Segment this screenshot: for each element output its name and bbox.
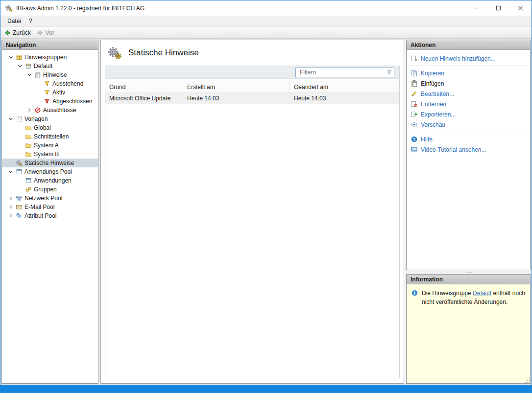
prohibition-icon — [33, 106, 42, 114]
back-button[interactable]: Zurück — [4, 29, 31, 36]
chevron-spacer — [34, 80, 43, 88]
mail-icon — [15, 203, 23, 211]
panel-splitter[interactable] — [406, 270, 531, 274]
navigation-panel: Navigation HinweisgruppenDefaultHinweise… — [1, 40, 98, 384]
tree-item-schnittstellen[interactable]: Schnittstellen — [2, 132, 98, 141]
tree-item-system-a[interactable]: System A — [2, 141, 98, 150]
forward-arrow-icon — [37, 29, 44, 36]
close-button[interactable] — [509, 0, 532, 16]
tree-item-default[interactable]: Default — [2, 62, 98, 70]
tree-item-vorlagen[interactable]: Vorlagen — [2, 115, 98, 123]
action-video-tutorial[interactable]: Video-Tutorial ansehen... — [407, 144, 530, 155]
chevron-down-icon[interactable] — [25, 71, 33, 79]
tree-item-statische-hinweise[interactable]: Statische Hinweise — [2, 159, 98, 167]
table-header-row: GrundErstellt amGeändert am — [105, 81, 399, 93]
static-hints-gears-icon — [107, 46, 122, 60]
navigation-tree: HinweisgruppenDefaultHinweiseAusstehendA… — [2, 50, 98, 383]
tree-item-label: Ausschlüsse — [42, 107, 76, 114]
tree-item-anwendungen[interactable]: Anwendungen — [2, 176, 98, 185]
chevron-right-icon[interactable] — [6, 212, 15, 220]
action-bearbeiten[interactable]: Bearbeiten... — [407, 89, 530, 99]
tree-item-email-pool[interactable]: E-Mail Pool — [2, 203, 98, 211]
action-label: Hilfe — [421, 136, 433, 143]
chevron-down-icon[interactable] — [6, 168, 15, 176]
chevron-down-icon[interactable] — [6, 53, 15, 61]
page-title: Statische Hinweise — [128, 48, 199, 58]
action-label: Bearbeiten... — [421, 91, 454, 97]
note-add-icon — [411, 55, 418, 62]
tree-item-global[interactable]: Global — [2, 123, 98, 132]
menu-item-datei[interactable]: Datei — [3, 17, 25, 25]
tree-item-abgeschlossen[interactable]: Abgeschlossen — [2, 97, 98, 106]
information-body: Die Hinweisgruppe Default enthält noch n… — [407, 284, 530, 311]
chevron-spacer — [6, 159, 15, 167]
information-panel-header: Information — [407, 275, 530, 284]
tree-item-label: Hinweise — [42, 71, 67, 78]
tree-item-hinweisgruppen[interactable]: Hinweisgruppen — [2, 53, 98, 62]
tree-item-label: Anwendungs Pool — [23, 168, 72, 175]
chevron-down-icon[interactable] — [6, 115, 15, 123]
forward-button-label: Vor — [46, 29, 54, 36]
back-arrow-icon — [4, 29, 11, 36]
table-row[interactable]: Microsoft Office UpdateHeute 14:03Heute … — [105, 93, 399, 104]
action-vorschau[interactable]: Vorschau — [407, 119, 530, 130]
notes-icon — [33, 71, 42, 79]
menu-item-help[interactable]: ? — [25, 17, 36, 25]
tree-item-label: Attribut Pool — [23, 212, 56, 219]
minimize-button[interactable] — [465, 0, 487, 16]
forward-button[interactable]: Vor — [37, 29, 54, 36]
default-group-link[interactable]: Default — [473, 290, 491, 297]
action-exportieren[interactable]: Exportieren... — [407, 109, 530, 119]
tree-item-gruppen[interactable]: Gruppen — [2, 185, 98, 194]
resize-grip[interactable] — [524, 377, 531, 384]
tree-item-system-b[interactable]: System B — [2, 150, 98, 159]
folder-icon — [24, 141, 32, 149]
chevron-down-icon[interactable] — [16, 62, 24, 70]
tree-item-anwendungs-pool[interactable]: Anwendungs Pool — [2, 167, 98, 176]
column-header-0[interactable]: Grund — [105, 81, 183, 92]
navigation-panel-header: Navigation — [2, 40, 98, 50]
right-column: Aktionen Neuen Hinweis hinzufügen...Kopi… — [406, 40, 531, 384]
funnel-red-icon — [43, 97, 51, 105]
tree-item-aktiv[interactable]: Aktiv — [2, 88, 98, 97]
filter-input[interactable] — [295, 68, 394, 77]
app-icon — [5, 4, 13, 12]
action-einfuegen[interactable]: Einfügen — [407, 78, 530, 89]
tree-item-label: System A — [32, 142, 59, 149]
chevron-spacer — [34, 89, 43, 96]
chevron-right-icon[interactable] — [6, 194, 15, 202]
column-header-1[interactable]: Erstellt am — [183, 81, 290, 92]
chevron-spacer — [16, 133, 24, 140]
tree-item-hinweise[interactable]: Hinweise — [2, 70, 98, 79]
tree-item-ausstehend[interactable]: Ausstehend — [2, 79, 98, 88]
tree-item-ausschluesse[interactable]: Ausschlüsse — [2, 106, 98, 115]
tree-item-label: Global — [32, 124, 51, 131]
column-header-2[interactable]: Geändert am — [290, 81, 399, 92]
action-neuen-hinweis-hinzufuegen[interactable]: Neuen Hinweis hinzufügen... — [407, 53, 530, 64]
remove-icon — [411, 100, 418, 108]
filter-funnel-icon[interactable] — [386, 69, 392, 75]
chevron-right-icon[interactable] — [25, 106, 33, 114]
template-icon — [15, 115, 23, 123]
actions-separator — [409, 132, 528, 132]
filter-control — [295, 68, 394, 77]
maximize-button[interactable] — [487, 0, 509, 16]
chevron-spacer — [16, 177, 24, 185]
table-cell: Microsoft Office Update — [105, 95, 183, 102]
tree-item-attribut-pool[interactable]: Attribut Pool — [2, 211, 98, 220]
action-entfernen[interactable]: Entfernen — [407, 99, 530, 109]
hints-table-frame: GrundErstellt amGeändert am Microsoft Of… — [105, 66, 400, 378]
table-cell: Heute 14:03 — [290, 95, 399, 102]
edit-icon — [411, 90, 418, 97]
tree-item-netzwerk-pool[interactable]: Netzwerk Pool — [2, 194, 98, 203]
info-icon — [411, 289, 418, 306]
title-bar: IBI-aws Admin 1.22.0 - registriert für I… — [0, 0, 532, 16]
tree-item-label: Statische Hinweise — [23, 160, 74, 166]
chevron-right-icon[interactable] — [6, 203, 15, 211]
action-label: Exportieren... — [421, 111, 456, 118]
window-bottom-accent — [0, 385, 532, 393]
action-kopieren[interactable]: Kopieren — [407, 68, 530, 78]
action-hilfe[interactable]: ?Hilfe — [407, 134, 530, 144]
window-controls — [465, 0, 532, 16]
information-panel: Information Die Hinweisgruppe Default en… — [406, 274, 531, 384]
